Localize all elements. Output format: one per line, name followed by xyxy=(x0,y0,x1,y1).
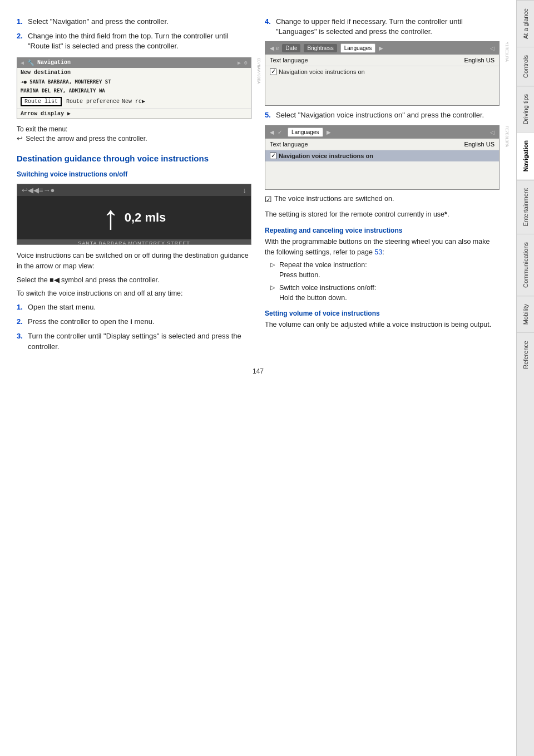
text-language-value: English US xyxy=(464,57,495,63)
sidebar-tab-at-a-glance[interactable]: At a glance xyxy=(517,0,534,47)
lang-tab-languages[interactable]: Languages xyxy=(340,43,376,53)
step-b3: 3. Turn the controller until "Display se… xyxy=(17,331,251,351)
lang-screen2-empty xyxy=(265,161,499,189)
route-buttons-row: Route list Route preference New rc▶ xyxy=(17,95,251,109)
asterisk: * xyxy=(444,210,447,218)
header-icon: 🔧 xyxy=(27,60,34,66)
step-1-text: Select "Navigation" and press the contro… xyxy=(28,17,169,26)
i-menu-bold: i xyxy=(130,317,132,326)
two-column-layout: 1. Select "Navigation" and press the con… xyxy=(17,17,500,356)
step-5-num: 5. xyxy=(265,110,271,120)
lang-screen1-header: ◀ e Date Brightness Languages ▶ ◁ xyxy=(265,42,499,55)
header-right-arrow: ▶ xyxy=(238,60,241,66)
step-b1: 1. Open the start menu. xyxy=(17,302,251,312)
step4-list: 4. Change to upper field if necessary. T… xyxy=(265,17,500,37)
nav-voice-checkbox[interactable] xyxy=(270,68,276,75)
check-sym-icon: ☑ xyxy=(265,194,272,205)
lang-screen2-back-icon: ◀ xyxy=(270,129,274,135)
step-4: 4. Change to upper field if necessary. T… xyxy=(265,17,500,37)
lang-screen2-arrow-right: ▶ xyxy=(327,129,331,135)
distance-text: 0,2 mls xyxy=(125,210,166,225)
arrow-screen-icon-vol: ↓ xyxy=(243,186,247,194)
lang-screen2-check-icon: ✓ xyxy=(278,129,282,135)
voice-switch-text-2: Select the ■◀ symbol and press the contr… xyxy=(17,275,251,286)
arrow-direction-screen: ↩ ◀◀ ≡ →● ↓ ↑ 0,2 mls SANTA BARBARA MONT… xyxy=(17,184,251,245)
setting-stored-note: The setting is stored for the remote con… xyxy=(265,209,500,220)
sidebar-tab-reference[interactable]: Reference xyxy=(517,332,534,377)
route-pref-text: Route preference xyxy=(66,99,120,105)
exit-note-line1: To exit the menu: xyxy=(17,125,251,134)
lang-tab-date[interactable]: Date xyxy=(282,44,300,52)
sidebar-tab-driving-tips[interactable]: Driving tips xyxy=(517,86,534,132)
arrow-screen-footer: SANTA BARBARA MONTERREY STREET xyxy=(17,239,251,245)
step-2: 2. Change into the third field from the … xyxy=(17,31,251,51)
screen2-watermark: Y1RE1LRA xyxy=(505,42,509,62)
languages-screen-1: ◀ e Date Brightness Languages ▶ ◁ Text l… xyxy=(265,41,500,106)
route-list-btn[interactable]: Route list xyxy=(21,97,62,106)
arrow-screen-icon-menu: ≡ xyxy=(39,186,43,194)
repeat-list: Repeat the voice instruction:Press butto… xyxy=(270,261,500,303)
section-volume-title: Setting volume of voice instructions xyxy=(265,310,500,317)
lang-screen2-text-language-row: Text language English US xyxy=(265,139,499,150)
page-link-53[interactable]: 53 xyxy=(374,248,382,256)
step-1-num: 1. xyxy=(17,17,23,27)
sidebar: At a glance Controls Driving tips Naviga… xyxy=(516,0,534,756)
exit-note: To exit the menu: ↩ Select the arrow and… xyxy=(17,125,251,144)
lang-screen2-tab-languages[interactable]: Languages xyxy=(288,127,323,137)
lang-screen2-back: ◁ xyxy=(490,129,495,135)
voice-switch-text-3: To switch the voice instructions on and … xyxy=(17,288,251,299)
lang-screen2-text-value: English US xyxy=(464,141,495,148)
lang-tab-arrow-right: ▶ xyxy=(379,45,383,51)
lang-tab-back: ◁ xyxy=(490,45,495,51)
back-arrow-icon: ↩ xyxy=(17,134,23,143)
arrow-display-row: Arrow display ▶ xyxy=(17,109,251,119)
lang-tab-e: ◀ e xyxy=(270,45,279,51)
lang-tab-brightness[interactable]: Brightness xyxy=(304,44,337,52)
big-arrow-icon: ↑ xyxy=(102,201,119,234)
navigation-screen: ◀ 🔧 Navigation ▶ ⚙ New destination ➔● SA… xyxy=(17,57,251,119)
steps-bottom-list: 1. Open the start menu. 2. Press the con… xyxy=(17,302,251,352)
arrow-screen-header: ↩ ◀◀ ≡ →● ↓ xyxy=(17,184,251,196)
steps-top-list: 1. Select "Navigation" and press the con… xyxy=(17,17,251,52)
lang-screen2-nav-voice-row: Navigation voice instructions on xyxy=(265,150,499,161)
lang-screen2-header: ◀ ✓ Languages ▶ ◁ xyxy=(265,126,499,139)
languages-screen-2: ◀ ✓ Languages ▶ ◁ Text language English … xyxy=(265,125,500,190)
section-repeat-title-text: Repeating and canceling voice instructio… xyxy=(265,227,402,234)
sidebar-tab-controls[interactable]: Controls xyxy=(517,47,534,86)
sidebar-tab-entertainment[interactable]: Entertainment xyxy=(517,180,534,234)
repeat-item-1: Repeat the voice instruction:Press butto… xyxy=(270,261,500,280)
lang-screen1-empty xyxy=(265,77,499,105)
page-number: 147 xyxy=(17,367,500,375)
arrow-screen-icon-audio: ◀◀ xyxy=(28,186,39,194)
exit-note-line2: ↩ Select the arrow and press the control… xyxy=(17,134,251,144)
lang-screen2-nav-checkbox[interactable] xyxy=(270,153,276,159)
step-b3-num: 3. xyxy=(17,331,23,341)
marina-del-rey-row: MARINA DEL REY, ADMIRALTY WA xyxy=(17,86,251,95)
step-5: 5. Select "Navigation voice instructions… xyxy=(265,110,500,120)
lang-screen1-nav-voice-row: Navigation voice instructions on xyxy=(265,66,499,77)
nav-voice-label: Navigation voice instructions on xyxy=(279,68,365,75)
step5-list: 5. Select "Navigation voice instructions… xyxy=(265,110,500,120)
new-destination-row: New destination xyxy=(17,68,251,77)
header-left-arrow: ◀ xyxy=(21,60,24,66)
sidebar-tab-communications[interactable]: Communications xyxy=(517,234,534,296)
header-settings-icon: ⚙ xyxy=(244,60,248,66)
lang-screen2-text-label: Text language xyxy=(270,141,464,148)
exit-note-line2-text: Select the arrow and press the controlle… xyxy=(26,135,147,143)
section-repeat-body: With the programmable buttons on the ste… xyxy=(265,237,500,258)
left-column: 1. Select "Navigation" and press the con… xyxy=(17,17,251,356)
screen-header: ◀ 🔧 Navigation ▶ ⚙ xyxy=(17,58,251,68)
check-note: ☑ The voice instructions are switched on… xyxy=(265,194,500,205)
sidebar-tab-mobility[interactable]: Mobility xyxy=(517,296,534,332)
arrow-screen-icon-nav: →● xyxy=(43,186,55,194)
step-b3-text: Turn the controller until "Display setti… xyxy=(28,332,241,350)
new-rc-text: New rc▶ xyxy=(122,98,145,105)
step-b1-num: 1. xyxy=(17,302,23,312)
check-note-text: The voice instructions are switched on. xyxy=(274,194,394,204)
step-b2-text: Press the controller to open the i menu. xyxy=(28,317,155,326)
screen1-watermark: CD/NAV/0DBA xyxy=(256,58,261,84)
sidebar-tab-navigation[interactable]: Navigation xyxy=(517,132,534,179)
arrow-screen-icon-back: ↩ xyxy=(22,186,28,194)
step-4-num: 4. xyxy=(265,17,271,27)
step-b2: 2. Press the controller to open the i me… xyxy=(17,317,251,327)
